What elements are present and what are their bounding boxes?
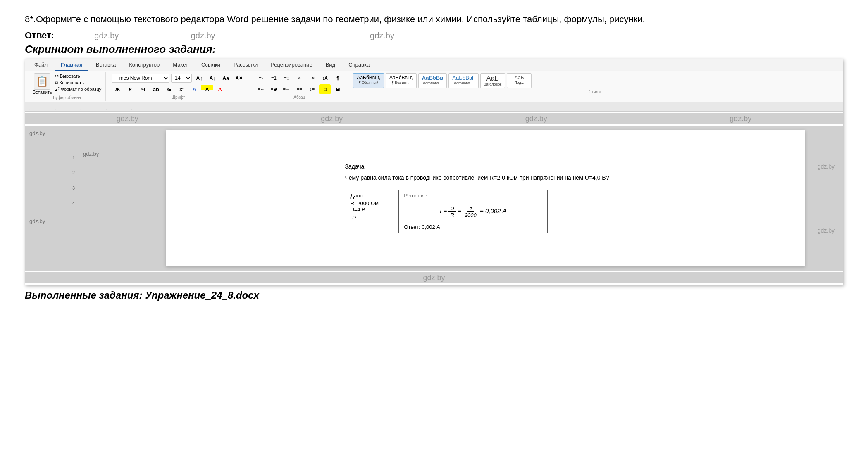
- font-size-select[interactable]: 14: [171, 74, 192, 83]
- font-grow-button[interactable]: A↑: [193, 73, 205, 83]
- style-title-label: Заголовок: [484, 82, 501, 86]
- copy-button[interactable]: ⧉ Копировать: [55, 80, 102, 86]
- tab-layout[interactable]: Макет: [167, 59, 194, 71]
- subscript-button[interactable]: x₂: [163, 84, 174, 94]
- highlight-button[interactable]: A: [201, 84, 213, 94]
- watermark-row-bottom: gdz.by: [25, 272, 843, 283]
- strikethrough-button[interactable]: ab: [150, 84, 162, 94]
- answer-label: Ответ:: [25, 30, 54, 41]
- tab-references[interactable]: Ссылки: [196, 59, 226, 71]
- formula-fraction: U R: [448, 205, 455, 218]
- wm-left-bottom: gdz.by: [29, 218, 75, 224]
- task-section: Задача: Чему равна сила тока в проводник…: [345, 163, 626, 233]
- solution-answer: Ответ: 0,002 А.: [404, 224, 542, 230]
- wm-ruler-1: gdz.by: [117, 114, 138, 123]
- borders-button[interactable]: ⊞: [332, 84, 343, 94]
- wm-left: gdz.by: [29, 130, 75, 136]
- formula-I: I: [440, 208, 441, 215]
- given-label: Дано:: [350, 192, 393, 199]
- style-title-button[interactable]: АаБ Заголовок: [480, 73, 505, 88]
- align-left-button[interactable]: ≡←: [255, 84, 267, 94]
- format-painter-button[interactable]: 🖌 Формат по образцу: [55, 86, 102, 92]
- given-i: I-?: [350, 214, 393, 221]
- style-subtitle-button[interactable]: АаБ Под...: [507, 73, 532, 88]
- paragraph-group: ≡• ≡1 ≡↕ ⇤ ⇥ ↕A ¶ ≡← ≡⊕ ≡→ ≡≡ ↕≡ ◻ ⊞: [251, 72, 348, 101]
- cut-button[interactable]: ✂ Вырезать: [55, 73, 102, 79]
- wm-gray: gdz.by: [79, 147, 162, 161]
- paste-button[interactable]: 📋 Вставить: [33, 73, 52, 95]
- tab-design[interactable]: Конструктор: [123, 59, 165, 71]
- tab-file[interactable]: Файл: [29, 59, 53, 71]
- font-color-button[interactable]: A: [188, 84, 200, 94]
- tab-help[interactable]: Справка: [343, 59, 375, 71]
- style-heading1-preview: АаБбВв: [422, 75, 444, 81]
- style-heading1-label: Заголово...: [422, 81, 444, 85]
- solution-label: Решение:: [404, 192, 542, 199]
- tab-review[interactable]: Рецензирование: [265, 59, 318, 71]
- superscript-button[interactable]: x²: [176, 84, 187, 94]
- styles-row: АаБбВвГг, ¶ Обычный АаБбВвГг, ¶ Без инт.…: [353, 73, 836, 88]
- right-watermarks: gdz.by gdz.by: [809, 126, 843, 271]
- solution-section: Дано: R=2000 Ом U=4 В I-? Решение: I =: [345, 186, 626, 233]
- given-r: R=2000 Ом: [350, 200, 393, 207]
- tab-view[interactable]: Вид: [320, 59, 341, 71]
- increase-indent-button[interactable]: ⇥: [306, 73, 318, 83]
- style-heading1-button[interactable]: АаБбВв Заголово...: [418, 73, 447, 88]
- numbering-button[interactable]: ≡1: [268, 73, 279, 83]
- wm-ruler-4: gdz.by: [730, 114, 751, 123]
- bold-button[interactable]: Ж: [112, 84, 123, 94]
- bottom-title: Выполненные задания: Упражнение_24_8.doc…: [25, 290, 843, 301]
- styles-group-label: Стили: [353, 90, 836, 94]
- clear-format-button[interactable]: A✕: [233, 73, 245, 83]
- bullets-button[interactable]: ≡•: [255, 73, 267, 83]
- style-normal-button[interactable]: АаБбВвГг, ¶ Обычный: [353, 73, 384, 88]
- tab-home[interactable]: Главная: [55, 59, 88, 71]
- paste-label: Вставить: [33, 90, 52, 95]
- font-shrink-button[interactable]: A↓: [207, 73, 218, 83]
- align-center-button[interactable]: ≡⊕: [268, 84, 279, 94]
- tab-mailings[interactable]: Рассылки: [228, 59, 263, 71]
- styles-group: АаБбВвГг, ¶ Обычный АаБбВвГг, ¶ Без инт.…: [350, 72, 839, 101]
- ribbon-tabs: Файл Главная Вставка Конструктор Макет С…: [25, 59, 843, 71]
- left-gray-area: gdz.by: [79, 126, 162, 271]
- justify-button[interactable]: ≡≡: [293, 84, 305, 94]
- sort-button[interactable]: ↕A: [319, 73, 331, 83]
- shading-button[interactable]: ◻: [319, 84, 331, 94]
- font-group-label: Шрифт: [112, 95, 245, 100]
- ruler-num-4: 4: [72, 201, 75, 206]
- align-right-button[interactable]: ≡→: [281, 84, 292, 94]
- underline-button[interactable]: Ч: [137, 84, 149, 94]
- change-case-button[interactable]: Aa: [220, 73, 231, 83]
- left-margin: gdz.by 1 2 3 4 gdz.by: [25, 126, 79, 271]
- page-container: 8*.Оформите с помощью текстового редакто…: [25, 12, 843, 301]
- document-page[interactable]: Задача: Чему равна сила тока в проводник…: [166, 130, 805, 266]
- decrease-indent-button[interactable]: ⇤: [293, 73, 305, 83]
- tab-insert[interactable]: Вставка: [90, 59, 122, 71]
- watermark-3: gdz.by: [370, 31, 394, 40]
- formula-num2: 4: [467, 205, 474, 212]
- given-table: Дано: R=2000 Ом U=4 В I-? Решение: I =: [345, 190, 548, 233]
- paste-icon: 📋: [34, 73, 50, 90]
- scissors-icon: ✂: [55, 73, 59, 79]
- style-heading2-label: Заголово...: [452, 81, 475, 85]
- paragraph-group-label: Абзац: [255, 95, 343, 100]
- formula-numerator: U: [448, 205, 455, 212]
- line-spacing-button[interactable]: ↕≡: [306, 84, 318, 94]
- answer-line: Ответ: gdz.by gdz.by gdz.by: [25, 30, 843, 41]
- style-nospace-button[interactable]: АаБбВвГг, ¶ Без инт...: [386, 73, 417, 88]
- font-name-select[interactable]: Times New Rom: [112, 74, 169, 83]
- clipboard-actions: ✂ Вырезать ⧉ Копировать 🖌 Формат по обра…: [55, 73, 102, 92]
- style-nospace-preview: АаБбВвГг,: [389, 75, 413, 81]
- multilevel-button[interactable]: ≡↕: [281, 73, 292, 83]
- font-color-red-button[interactable]: A: [214, 84, 226, 94]
- doc-task-question: Чему равна сила тока в проводнике сопрот…: [345, 173, 626, 182]
- style-normal-preview: АаБбВвГг,: [357, 75, 380, 81]
- show-formatting-button[interactable]: ¶: [332, 73, 343, 83]
- style-heading2-button[interactable]: АаБбВвГ Заголово...: [448, 73, 479, 88]
- screenshot-title: Скриншот выполненного задания:: [25, 43, 843, 56]
- ruler-num-1: 1: [72, 155, 75, 160]
- italic-button[interactable]: К: [124, 84, 136, 94]
- ruler-num-2: 2: [72, 170, 75, 175]
- font-group: Times New Rom 14 A↑ A↓ Aa A✕ Ж К Ч ab x₂: [107, 72, 249, 101]
- style-title-preview: АаБ: [484, 75, 501, 82]
